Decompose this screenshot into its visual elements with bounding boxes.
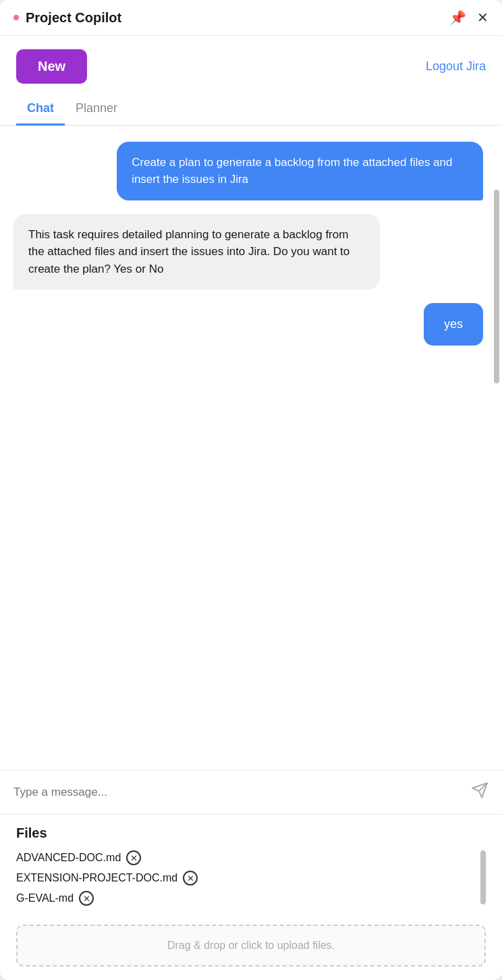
title-bar: Project Copilot 📌 ✕ — [0, 0, 502, 36]
new-button[interactable]: New — [16, 49, 87, 84]
chat-scroll-section: Create a plan to generate a backlog from… — [0, 126, 502, 771]
file-name: G-EVAL-md — [16, 892, 74, 904]
tab-chat[interactable]: Chat — [16, 94, 65, 126]
message-row: Create a plan to generate a backlog from… — [13, 142, 483, 200]
tabs-bar: Chat Planner — [0, 94, 502, 126]
app-window: Project Copilot 📌 ✕ New Logout Jira Chat… — [0, 0, 502, 980]
close-icon[interactable]: ✕ — [477, 9, 489, 26]
input-area — [0, 770, 502, 814]
title-bar-left: Project Copilot — [13, 10, 121, 26]
pin-icon[interactable]: 📌 — [449, 9, 466, 26]
list-item: EXTENSION-PROJECT-DOC.md ✕ — [16, 871, 472, 886]
file-remove-icon[interactable]: ✕ — [79, 891, 94, 906]
file-name: EXTENSION-PROJECT-DOC.md — [16, 872, 177, 884]
files-list: ADVANCED-DOC.md ✕ EXTENSION-PROJECT-DOC.… — [16, 850, 472, 906]
files-scroll: ADVANCED-DOC.md ✕ EXTENSION-PROJECT-DOC.… — [16, 850, 486, 906]
status-dot — [13, 15, 19, 20]
user-message-bubble: Create a plan to generate a backlog from… — [117, 142, 483, 200]
files-scrollbar[interactable] — [480, 850, 486, 904]
files-section: Files ADVANCED-DOC.md ✕ EXTENSION-PROJEC… — [0, 814, 502, 917]
chat-scrollbar[interactable] — [494, 190, 499, 383]
bot-message-bubble: This task requires detailed planning to … — [13, 214, 380, 290]
list-item: ADVANCED-DOC.md ✕ — [16, 850, 472, 865]
upload-placeholder: Drag & drop or click to upload files. — [167, 940, 335, 951]
file-name: ADVANCED-DOC.md — [16, 852, 121, 864]
tab-planner[interactable]: Planner — [65, 94, 128, 126]
upload-area[interactable]: Drag & drop or click to upload files. — [16, 925, 486, 967]
message-row: This task requires detailed planning to … — [13, 214, 483, 290]
user-yes-bubble: yes — [424, 303, 483, 346]
title-bar-right: 📌 ✕ — [449, 9, 489, 26]
send-icon[interactable] — [471, 782, 489, 803]
file-remove-icon[interactable]: ✕ — [183, 871, 198, 886]
message-input[interactable] — [13, 786, 464, 799]
list-item: G-EVAL-md ✕ — [16, 891, 472, 906]
file-remove-icon[interactable]: ✕ — [126, 850, 141, 865]
app-title: Project Copilot — [26, 10, 121, 26]
message-row: yes — [13, 303, 483, 346]
header-area: New Logout Jira — [0, 36, 502, 94]
files-title: Files — [16, 825, 486, 841]
chat-area: Create a plan to generate a backlog from… — [0, 126, 502, 771]
logout-link[interactable]: Logout Jira — [426, 59, 486, 74]
